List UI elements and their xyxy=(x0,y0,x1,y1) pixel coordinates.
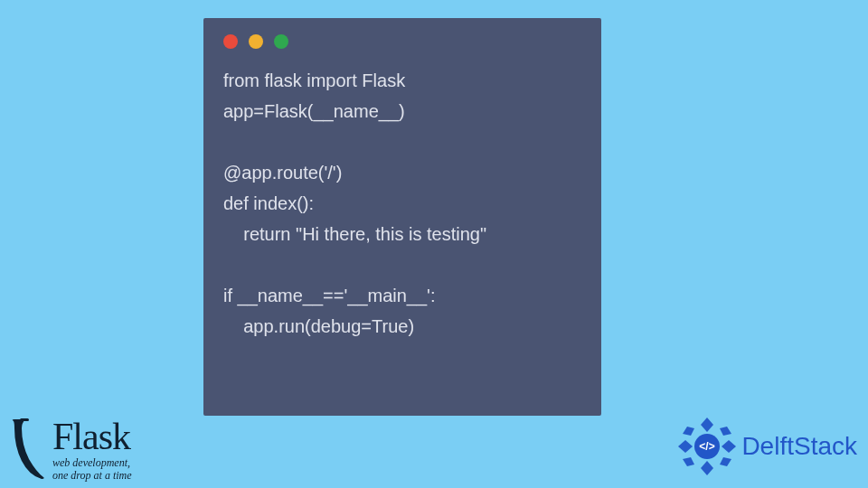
delftstack-name: DelftStack xyxy=(741,432,857,461)
svg-rect-0 xyxy=(20,418,29,421)
delftstack-logo: </> DelftStack xyxy=(676,416,857,477)
svg-text:</>: </> xyxy=(700,440,715,453)
close-icon xyxy=(223,34,238,49)
flask-title: Flask xyxy=(52,418,132,455)
flask-subtitle-1: web development, xyxy=(52,457,132,468)
delftstack-badge-icon: </> xyxy=(676,416,738,477)
window-traffic-lights xyxy=(223,34,581,49)
flask-horn-icon xyxy=(9,418,47,481)
flask-subtitle-2: one drop at a time xyxy=(52,470,132,481)
code-content: from flask import Flask app=Flask(__name… xyxy=(223,65,581,342)
code-window: from flask import Flask app=Flask(__name… xyxy=(203,18,601,416)
flask-logo: Flask web development, one drop at a tim… xyxy=(9,418,132,481)
zoom-icon xyxy=(274,34,288,49)
minimize-icon xyxy=(249,34,263,49)
